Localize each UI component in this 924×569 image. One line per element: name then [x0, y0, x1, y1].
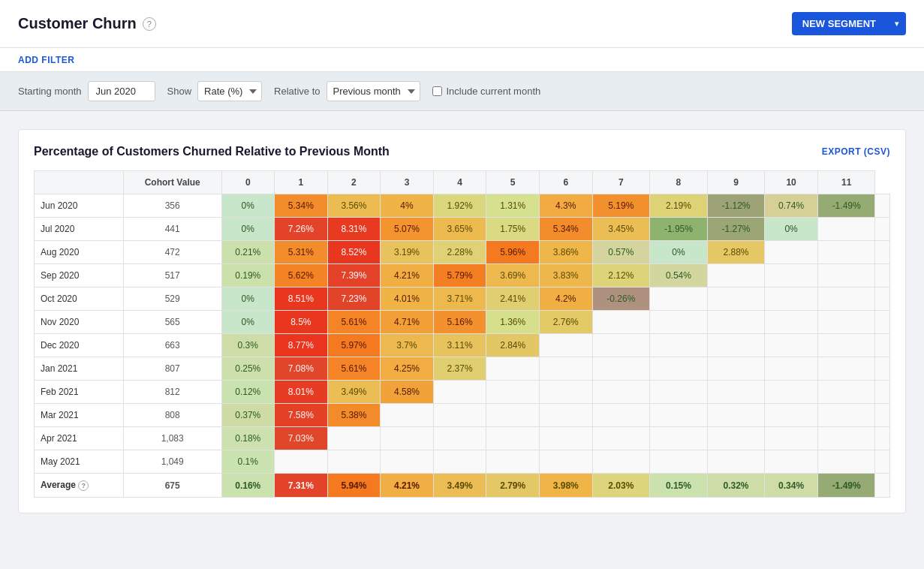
- cell-1-1: 7.26%: [275, 218, 328, 241]
- cell-9-2: 5.38%: [327, 404, 381, 427]
- cell-10-5: [486, 427, 540, 450]
- avg-cell-7: 2.03%: [592, 474, 650, 498]
- cell-6-1: 8.77%: [275, 334, 328, 357]
- table-row: Feb 20218120.12%8.01%3.49%4.58%: [35, 381, 890, 404]
- table-row: Mar 20218080.37%7.58%5.38%: [35, 404, 890, 427]
- cell-6-10: [765, 334, 818, 357]
- cell-4-10: [765, 288, 818, 311]
- cell-11-5: [486, 450, 540, 474]
- cohort-value-11: 1,049: [123, 450, 221, 474]
- cell-7-2: 5.61%: [327, 357, 381, 381]
- row-label-10: Apr 2021: [35, 427, 124, 450]
- cohort-value-6: 663: [123, 334, 221, 357]
- page-title: Customer Churn: [18, 15, 137, 32]
- col-header-2: 0: [221, 171, 275, 194]
- cell-2-10: [765, 241, 818, 264]
- cell-6-2: 5.97%: [327, 334, 381, 357]
- cell-2-9: 2.88%: [707, 241, 765, 264]
- cell-1-3: 5.07%: [381, 218, 434, 241]
- cell-1-2: 8.31%: [327, 218, 381, 241]
- cell-4-7: -0.26%: [592, 288, 650, 311]
- cell-1-6: 5.34%: [539, 218, 592, 241]
- relative-to-select[interactable]: Previous month First month: [327, 81, 420, 101]
- cell-4-12: [875, 288, 890, 311]
- cell-8-12: [875, 381, 890, 404]
- average-row: Average ?6750.16%7.31%5.94%4.21%3.49%2.7…: [35, 474, 890, 498]
- cell-8-0: 0.12%: [221, 381, 275, 404]
- new-segment-button[interactable]: NEW SEGMENT ▾: [792, 12, 906, 35]
- cohort-value-7: 807: [123, 357, 221, 381]
- show-label: Show: [167, 86, 192, 97]
- cell-4-0: 0%: [221, 288, 275, 311]
- cell-7-4: 2.37%: [433, 357, 486, 381]
- cohort-value-5: 565: [123, 311, 221, 334]
- cell-1-8: -1.95%: [650, 218, 708, 241]
- col-header-11: 9: [707, 171, 765, 194]
- include-current-month-checkbox[interactable]: [432, 86, 442, 96]
- cell-9-6: [539, 404, 592, 427]
- cell-10-12: [875, 427, 890, 450]
- cell-2-2: 8.52%: [327, 241, 381, 264]
- filter-bar: ADD FILTER: [0, 48, 924, 72]
- cell-1-0: 0%: [221, 218, 275, 241]
- cell-10-9: [707, 427, 765, 450]
- cell-3-12: [875, 264, 890, 288]
- cell-2-12: [875, 241, 890, 264]
- cell-4-9: [707, 288, 765, 311]
- cell-10-6: [539, 427, 592, 450]
- cell-8-6: [539, 381, 592, 404]
- starting-month-input[interactable]: [88, 81, 155, 101]
- show-select[interactable]: Rate (%) Count: [197, 81, 262, 101]
- include-current-month-label[interactable]: Include current month: [447, 86, 541, 97]
- cell-2-1: 5.31%: [275, 241, 328, 264]
- cell-8-1: 8.01%: [275, 381, 328, 404]
- average-help-icon[interactable]: ?: [78, 480, 89, 491]
- cell-7-11: [817, 357, 875, 381]
- cell-8-8: [650, 381, 708, 404]
- cell-5-2: 5.61%: [327, 311, 381, 334]
- avg-cell-0: 0.16%: [221, 474, 275, 498]
- cell-9-9: [707, 404, 765, 427]
- export-csv-link[interactable]: EXPORT (CSV): [822, 146, 890, 157]
- cell-7-5: [486, 357, 540, 381]
- col-header-0: [35, 171, 124, 194]
- cell-10-11: [817, 427, 875, 450]
- cell-0-6: 4.3%: [539, 194, 592, 218]
- cell-3-6: 3.83%: [539, 264, 592, 288]
- row-label-6: Dec 2020: [35, 334, 124, 357]
- avg-cell-12: [875, 474, 890, 498]
- relative-to-group: Relative to Previous month First month: [274, 81, 420, 101]
- cell-11-3: [381, 450, 434, 474]
- col-header-8: 6: [539, 171, 592, 194]
- cell-10-10: [765, 427, 818, 450]
- row-label-3: Sep 2020: [35, 264, 124, 288]
- cell-9-8: [650, 404, 708, 427]
- row-label-2: Aug 2020: [35, 241, 124, 264]
- cell-7-0: 0.25%: [221, 357, 275, 381]
- cell-7-12: [875, 357, 890, 381]
- cell-11-10: [765, 450, 818, 474]
- page-title-area: Customer Churn ?: [18, 15, 156, 32]
- cell-6-6: [539, 334, 592, 357]
- help-icon[interactable]: ?: [143, 17, 156, 31]
- cell-8-11: [817, 381, 875, 404]
- new-segment-arrow-icon[interactable]: ▾: [887, 14, 906, 34]
- cell-5-7: [592, 311, 650, 334]
- col-header-6: 4: [433, 171, 486, 194]
- cell-1-4: 3.65%: [433, 218, 486, 241]
- cell-7-10: [765, 357, 818, 381]
- table-body: Jun 20203560%5.34%3.56%4%1.92%1.31%4.3%5…: [35, 194, 890, 498]
- cell-7-1: 7.08%: [275, 357, 328, 381]
- cell-11-12: [875, 450, 890, 474]
- cell-5-9: [707, 311, 765, 334]
- avg-cell-5: 2.79%: [486, 474, 540, 498]
- cell-5-5: 1.36%: [486, 311, 540, 334]
- add-filter-link[interactable]: ADD FILTER: [18, 55, 74, 65]
- cell-11-2: [327, 450, 381, 474]
- cell-0-3: 4%: [381, 194, 434, 218]
- table-row: Apr 20211,0830.18%7.03%: [35, 427, 890, 450]
- cell-0-4: 1.92%: [433, 194, 486, 218]
- avg-cell-9: 0.32%: [707, 474, 765, 498]
- row-label-4: Oct 2020: [35, 288, 124, 311]
- cell-6-0: 0.3%: [221, 334, 275, 357]
